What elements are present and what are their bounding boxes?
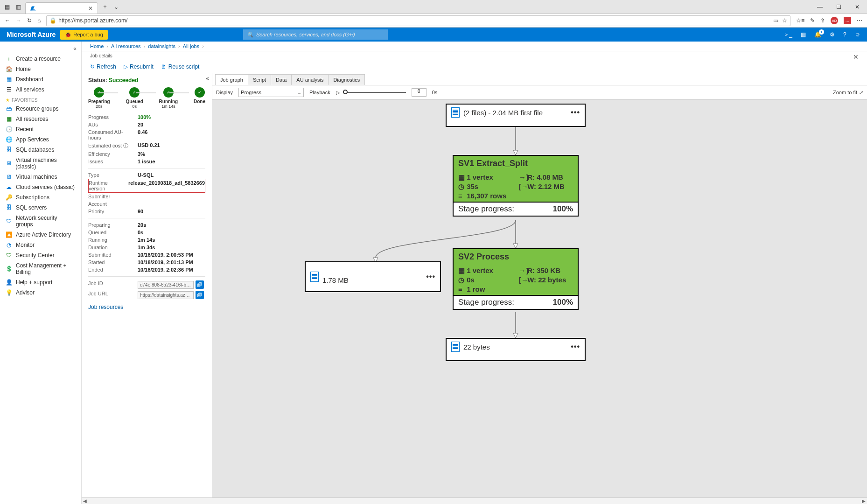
node-menu-icon[interactable]: •••: [426, 273, 435, 281]
sidebar-item-virtual-machines-classic-[interactable]: 🖥Virtual machines (classic): [0, 155, 81, 172]
kv-row: Duration1m 34s: [88, 244, 205, 251]
share-icon[interactable]: ⇪: [820, 17, 825, 24]
sidebar-collapse-icon[interactable]: «: [0, 45, 81, 54]
sidebar-item-advisor[interactable]: 💡Advisor: [0, 287, 81, 298]
expand-icon[interactable]: ⤢: [859, 90, 863, 96]
summary-collapse-icon[interactable]: «: [206, 75, 209, 82]
copy-joburl-button[interactable]: 🗐: [196, 291, 204, 299]
sidebar: « ＋Create a resource 🏠Home ▦Dashboard ☰A…: [0, 42, 82, 504]
tab-close-icon[interactable]: ✕: [88, 5, 93, 12]
scroll-left-icon[interactable]: ◀: [82, 498, 88, 504]
copy-jobid-button[interactable]: 🗐: [196, 280, 204, 289]
job-url-field[interactable]: https://datainsights.azure...: [138, 291, 194, 299]
more-icon[interactable]: ⋯: [857, 17, 862, 24]
ext2-icon[interactable]: …: [844, 17, 851, 24]
resubmit-button[interactable]: ▷Resubmit: [124, 63, 154, 70]
notifications-icon[interactable]: 🔔1: [814, 31, 821, 38]
search-input[interactable]: 🔍 Search resources, services, and docs (…: [243, 29, 388, 40]
reading-view-icon[interactable]: ▭: [773, 17, 778, 24]
status-row: Status: Succeeded: [88, 77, 205, 84]
tab-diagnostics[interactable]: Diagnostics: [329, 75, 364, 85]
minimize-icon[interactable]: —: [813, 2, 827, 12]
svg-marker-3: [513, 150, 518, 155]
cloud-shell-icon[interactable]: ＞_: [783, 31, 792, 39]
favorites-bar-icon[interactable]: ☆≡: [796, 17, 804, 24]
address-bar[interactable]: 🔒 https://ms.portal.azure.com/ ▭ ☆: [46, 15, 790, 26]
tab-menu-icon[interactable]: ⌄: [112, 3, 120, 11]
maximize-icon[interactable]: ☐: [832, 2, 846, 12]
report-bug-button[interactable]: 🐞 Report a bug: [60, 30, 108, 40]
crumb-alljobs[interactable]: All jobs: [183, 43, 199, 49]
scroll-right-icon[interactable]: ▶: [860, 498, 867, 504]
sidebar-home[interactable]: 🏠Home: [0, 64, 81, 74]
crumb-allresources[interactable]: All resources: [111, 43, 141, 49]
horizontal-scrollbar[interactable]: ◀ ▶: [82, 497, 867, 504]
node-menu-icon[interactable]: •••: [571, 343, 580, 351]
forward-icon[interactable]: →: [16, 17, 21, 24]
back-icon[interactable]: ←: [5, 17, 10, 24]
ext1-icon[interactable]: AD: [831, 17, 838, 24]
close-window-icon[interactable]: ✕: [850, 2, 864, 12]
sidebar-item-sql-servers[interactable]: 🗄SQL servers: [0, 203, 81, 213]
display-select[interactable]: Progress⌄: [238, 88, 304, 97]
brand-text[interactable]: Microsoft Azure: [7, 31, 56, 38]
fav-icon: 🌐: [6, 136, 12, 143]
node-menu-icon[interactable]: •••: [571, 108, 580, 117]
new-tab-icon[interactable]: ＋: [101, 3, 109, 11]
job-id-field[interactable]: d74ef808-6a23-416f-b185...: [138, 281, 194, 289]
playback-play-icon[interactable]: ▷: [336, 90, 340, 96]
sidebar-item-azure-active-directory[interactable]: 🔼Azure Active Directory: [0, 230, 81, 240]
kv-row: Consumed AU-hours0.46: [88, 128, 205, 141]
tab-script[interactable]: Script: [248, 75, 271, 85]
sidebar-item-security-center[interactable]: 🛡Security Center: [0, 250, 81, 260]
node-sv2[interactable]: SV2 Process ▦ 1 vertex →] R: 350 KB ◷ 0s…: [453, 248, 579, 310]
crumb-datainsights[interactable]: datainsights: [148, 43, 175, 49]
sidebar-item-subscriptions[interactable]: 🔑Subscriptions: [0, 192, 81, 203]
notes-icon[interactable]: ✎: [810, 17, 815, 24]
browser-tab[interactable]: ✕: [25, 2, 98, 14]
zoom-to-fit-button[interactable]: Zoom to fit: [833, 90, 857, 95]
tab-au-analysis[interactable]: AU analysis: [292, 75, 329, 85]
sidebar-all-services[interactable]: ☰All services: [0, 84, 81, 95]
node-mid-file[interactable]: 1.78 MB •••: [305, 261, 441, 292]
sidebar-item-help-support[interactable]: 👤Help + support: [0, 277, 81, 287]
refresh-icon[interactable]: ↻: [27, 17, 32, 24]
sidebar-item-recent[interactable]: 🕒Recent: [0, 124, 81, 134]
job-resources-link[interactable]: Job resources: [88, 300, 123, 314]
node-input-files[interactable]: (2 files) - 2.04 MB first file •••: [446, 104, 586, 127]
feedback-icon[interactable]: ☺: [855, 31, 860, 38]
browser-chrome: ▤ ▥ ✕ ＋ ⌄ — ☐ ✕: [0, 0, 867, 14]
refresh-button[interactable]: ↻Refresh: [90, 63, 116, 70]
vertex-icon: ▦: [458, 266, 465, 275]
sidebar-item-cost-management-billing[interactable]: 💲Cost Management + Billing: [0, 260, 81, 277]
graph-canvas[interactable]: (2 files) - 2.04 MB first file ••• SV1 E…: [212, 100, 867, 504]
sidebar-item-cloud-services-classic-[interactable]: ☁Cloud services (classic): [0, 182, 81, 192]
window-list-icon[interactable]: ▤: [3, 3, 11, 11]
tab-job-graph[interactable]: Job graph: [216, 75, 248, 85]
job-summary-pane: « Status: Succeeded ✓Preparing20s✓Queued…: [82, 73, 212, 504]
crumb-home[interactable]: Home: [90, 43, 104, 49]
sidebar-item-monitor[interactable]: ◔Monitor: [0, 240, 81, 250]
sidebar-item-resource-groups[interactable]: 🗃Resource groups: [0, 104, 81, 114]
sidebar-item-virtual-machines[interactable]: 🖥Virtual machines: [0, 172, 81, 182]
sidebar-item-network-security-groups[interactable]: 🛡Network security groups: [0, 213, 81, 230]
playback-value-input[interactable]: 0: [412, 88, 427, 97]
help-icon[interactable]: ?: [843, 31, 846, 38]
home-icon: 🏠: [6, 66, 12, 72]
favorite-icon[interactable]: ☆: [782, 17, 787, 24]
close-blade-icon[interactable]: ✕: [853, 53, 859, 61]
playback-slider[interactable]: [345, 92, 406, 93]
tab-data[interactable]: Data: [271, 75, 292, 85]
sidebar-dashboard[interactable]: ▦Dashboard: [0, 74, 81, 84]
sidebar-item-all-resources[interactable]: ▦All resources: [0, 114, 81, 124]
reuse-script-button[interactable]: 🗎Reuse script: [161, 63, 200, 70]
sidebar-create-resource[interactable]: ＋Create a resource: [0, 54, 81, 64]
sidebar-item-app-services[interactable]: 🌐App Services: [0, 134, 81, 145]
node-sv1[interactable]: SV1 Extract_Split ▦ 1 vertex →] R: 4.08 …: [453, 155, 579, 217]
home-icon[interactable]: ⌂: [37, 17, 41, 24]
settings-icon[interactable]: ⚙: [830, 31, 835, 38]
directory-icon[interactable]: ▦: [801, 31, 806, 38]
tab-actions-icon[interactable]: ▥: [14, 3, 22, 11]
node-output-file[interactable]: 22 bytes •••: [446, 338, 586, 361]
sidebar-item-sql-databases[interactable]: 🗄SQL databases: [0, 145, 81, 155]
